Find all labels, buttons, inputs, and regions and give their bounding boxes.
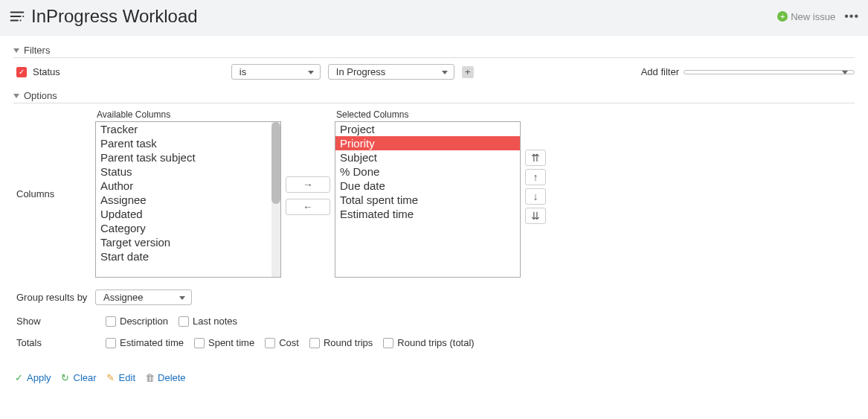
list-item[interactable]: Subject	[335, 150, 520, 164]
reload-icon: ↻	[60, 373, 71, 383]
move-up-button[interactable]: ↑	[525, 169, 546, 185]
add-filter-label: Add filter	[641, 66, 679, 77]
svg-point-1	[19, 19, 21, 21]
checkbox-icon	[265, 338, 275, 348]
totals-checkbox[interactable]: Round trips (total)	[383, 337, 474, 348]
show-description-checkbox[interactable]: Description	[106, 316, 168, 327]
list-item[interactable]: Author	[96, 179, 280, 193]
filter-value-text: In Progress	[336, 66, 385, 77]
list-item[interactable]: % Done	[335, 164, 520, 179]
move-left-button[interactable]: ←	[286, 199, 330, 215]
checkbox-icon	[106, 316, 116, 327]
action-bar: ✓ Apply ↻ Clear ✎ Edit 🗑 Delete	[13, 359, 855, 383]
group-results-row: Group results by Assignee	[13, 290, 855, 305]
group-results-value: Assignee	[103, 292, 143, 303]
filter-field-label: Status	[33, 66, 60, 77]
move-right-button[interactable]: →	[286, 176, 330, 193]
show-label: Show	[16, 316, 88, 327]
list-item[interactable]: Estimated time	[335, 207, 520, 221]
totals-checkbox[interactable]: Cost	[265, 337, 299, 348]
pencil-icon: ✎	[106, 373, 116, 383]
edit-link[interactable]: ✎ Edit	[106, 372, 135, 383]
new-issue-link[interactable]: + New issue	[777, 11, 835, 22]
checkbox-icon	[383, 338, 393, 348]
totals-item-label: Round trips	[324, 337, 373, 348]
list-item[interactable]: Project	[335, 122, 520, 136]
page-header: InProgress Workload + New issue •••	[0, 0, 868, 36]
list-item[interactable]: Updated	[96, 207, 280, 221]
clear-label: Clear	[74, 372, 97, 383]
selected-columns-list[interactable]: ProjectPrioritySubject% DoneDue dateTota…	[335, 121, 521, 278]
header-actions: + New issue •••	[777, 10, 859, 23]
more-actions-icon[interactable]: •••	[844, 10, 859, 23]
filter-list-icon	[9, 8, 25, 25]
group-results-label: Group results by	[16, 292, 88, 303]
available-columns-list[interactable]: TrackerParent taskParent task subjectSta…	[95, 121, 281, 278]
columns-picker: Columns Available Columns TrackerParent …	[13, 109, 855, 278]
edit-label: Edit	[119, 372, 135, 383]
totals-row: Totals Estimated timeSpent timeCostRound…	[13, 337, 855, 348]
move-down-button[interactable]: ↓	[525, 188, 546, 205]
add-filter-select[interactable]	[684, 70, 855, 74]
options-section-label: Options	[24, 90, 57, 101]
list-item[interactable]: Due date	[335, 179, 520, 193]
list-item[interactable]: Target version	[96, 235, 280, 249]
column-move-buttons: → ←	[286, 109, 330, 215]
totals-label: Totals	[16, 337, 88, 348]
checkbox-icon	[309, 338, 320, 348]
chevron-down-icon	[13, 48, 19, 53]
list-item[interactable]: Category	[96, 221, 280, 235]
header-left: InProgress Workload	[9, 6, 198, 27]
clear-link[interactable]: ↻ Clear	[60, 372, 97, 383]
list-item[interactable]: Parent task	[96, 136, 280, 150]
check-icon: ✓	[13, 373, 24, 383]
columns-label: Columns	[16, 188, 91, 199]
filters-section-toggle[interactable]: Filters	[13, 45, 855, 58]
add-value-icon[interactable]: +	[462, 66, 474, 78]
checkbox-icon	[179, 316, 189, 327]
apply-label: Apply	[27, 372, 51, 383]
totals-item-label: Estimated time	[120, 337, 184, 348]
delete-label: Delete	[158, 372, 186, 383]
list-item[interactable]: Total spent time	[335, 193, 520, 207]
totals-item-label: Round trips (total)	[397, 337, 474, 348]
move-top-button[interactable]: ⇈	[525, 150, 546, 166]
move-bottom-button[interactable]: ⇊	[525, 208, 546, 224]
filter-operator-value: is	[239, 66, 246, 77]
available-columns-label: Available Columns	[95, 109, 281, 120]
list-item[interactable]: Status	[96, 164, 280, 179]
show-last-notes-label: Last notes	[193, 316, 237, 327]
plus-circle-icon: +	[777, 11, 788, 22]
delete-link[interactable]: 🗑 Delete	[144, 372, 186, 383]
filter-value-select[interactable]: In Progress	[328, 64, 454, 80]
page-title: InProgress Workload	[31, 6, 198, 27]
apply-link[interactable]: ✓ Apply	[13, 372, 51, 383]
column-reorder-buttons: ⇈ ↑ ↓ ⇊	[525, 109, 562, 224]
filter-checkbox-status[interactable]: ✓	[16, 67, 27, 77]
totals-item-label: Cost	[279, 337, 299, 348]
filters-section-label: Filters	[24, 45, 50, 56]
list-item[interactable]: Priority	[335, 136, 520, 150]
new-issue-label: New issue	[791, 11, 835, 22]
totals-item-label: Spent time	[208, 337, 254, 348]
svg-point-0	[22, 16, 24, 17]
filter-operator-select[interactable]: is	[231, 64, 321, 80]
totals-checkbox[interactable]: Round trips	[309, 337, 373, 348]
totals-checkbox[interactable]: Spent time	[194, 337, 254, 348]
show-last-notes-checkbox[interactable]: Last notes	[179, 316, 237, 327]
filter-row-status: ✓ Status is In Progress + Add filter	[13, 64, 855, 80]
list-item[interactable]: Tracker	[96, 122, 280, 136]
options-section-toggle[interactable]: Options	[13, 90, 855, 103]
scrollbar-thumb[interactable]	[271, 122, 280, 204]
totals-checkbox[interactable]: Estimated time	[106, 337, 184, 348]
list-item[interactable]: Parent task subject	[96, 150, 280, 164]
trash-icon: 🗑	[144, 373, 155, 383]
list-item[interactable]: Start date	[96, 249, 280, 263]
checkbox-icon	[106, 338, 116, 348]
show-row: Show Description Last notes	[13, 316, 855, 327]
group-results-select[interactable]: Assignee	[95, 290, 192, 305]
show-description-label: Description	[120, 316, 168, 327]
list-item[interactable]: Assignee	[96, 193, 280, 207]
chevron-down-icon	[13, 94, 19, 98]
selected-columns-label: Selected Columns	[335, 109, 521, 120]
